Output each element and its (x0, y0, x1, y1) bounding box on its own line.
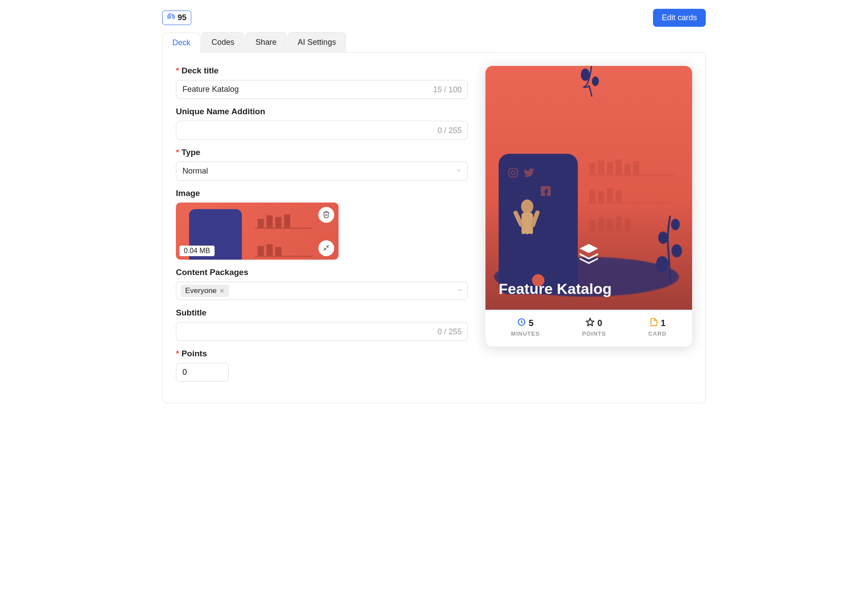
type-label: Type (176, 148, 468, 157)
star-icon (586, 318, 594, 329)
chevron-down-icon (457, 287, 463, 295)
svg-rect-4 (509, 168, 518, 177)
content-package-tag: Everyone ✕ (181, 285, 229, 297)
content-packages-label: Content Packages (176, 268, 468, 277)
svg-marker-18 (587, 319, 594, 326)
stack-icon (578, 242, 600, 266)
deck-title-input[interactable] (176, 80, 468, 99)
svg-point-3 (592, 76, 599, 86)
svg-point-2 (581, 69, 590, 81)
svg-line-0 (327, 245, 329, 247)
leaf-decoration (579, 66, 605, 98)
svg-point-5 (511, 171, 515, 175)
fingerprint-icon (167, 13, 175, 23)
subtitle-input[interactable] (176, 322, 468, 341)
fingerprint-count: 95 (178, 13, 186, 22)
svg-point-15 (658, 232, 668, 244)
delete-image-button[interactable] (318, 207, 334, 223)
unique-name-input[interactable] (176, 121, 468, 140)
svg-rect-10 (528, 234, 531, 260)
illustration-person (512, 198, 543, 268)
stat-minutes: 5 MINUTES (511, 318, 540, 337)
tag-remove-icon[interactable]: ✕ (219, 287, 225, 294)
stat-points-label: POINTS (582, 330, 606, 337)
preview-stats: 5 MINUTES 0 POINTS 1 (485, 310, 692, 347)
tab-share[interactable]: Share (245, 32, 287, 52)
svg-rect-9 (523, 234, 527, 260)
stat-card: 1 CARD (648, 318, 667, 337)
minimize-icon (323, 244, 330, 253)
image-thumbnail: 0.04 MB (176, 203, 339, 260)
deck-title-count: 15 / 100 (433, 85, 462, 94)
stat-points-value: 0 (597, 318, 602, 328)
fingerprint-badge[interactable]: 95 (162, 11, 191, 25)
edit-cards-button[interactable]: Edit cards (653, 9, 706, 27)
unique-name-count: 0 / 255 (438, 126, 462, 135)
tabs: Deck Codes Share AI Settings (162, 32, 706, 53)
points-label: Points (176, 349, 468, 359)
tab-codes[interactable]: Codes (201, 32, 244, 52)
tab-ai-settings[interactable]: AI Settings (288, 32, 346, 52)
tab-deck[interactable]: Deck (162, 33, 201, 53)
stat-card-label: CARD (648, 330, 667, 337)
svg-point-16 (671, 219, 680, 230)
stat-minutes-value: 5 (529, 318, 533, 328)
stat-card-value: 1 (661, 318, 666, 328)
deck-title-label: Deck title (176, 66, 468, 76)
preview-image: Feature Katalog (485, 66, 692, 310)
content-packages-select[interactable]: Everyone ✕ (176, 282, 468, 300)
svg-point-14 (671, 244, 682, 257)
leaf-decoration (653, 203, 688, 283)
preview-title: Feature Katalog (499, 280, 612, 297)
unique-name-label: Unique Name Addition (176, 107, 468, 116)
card-icon (649, 318, 658, 329)
svg-line-1 (324, 248, 326, 250)
svg-point-13 (656, 256, 668, 272)
subtitle-count: 0 / 255 (438, 327, 462, 336)
svg-point-7 (521, 199, 533, 214)
image-label: Image (176, 188, 468, 198)
trash-icon (322, 210, 330, 220)
subtitle-label: Subtitle (176, 308, 468, 318)
expand-image-button[interactable] (318, 240, 334, 256)
image-file-size: 0.04 MB (179, 246, 215, 256)
clock-icon (517, 318, 526, 329)
illustration-shelf (255, 211, 312, 251)
type-select[interactable]: Normal (176, 162, 468, 181)
stat-minutes-label: MINUTES (511, 330, 540, 337)
tag-label: Everyone (185, 286, 217, 295)
deck-preview-card: Feature Katalog 5 MINUTES 0 (485, 66, 692, 347)
stat-points: 0 POINTS (582, 318, 606, 337)
points-input[interactable] (176, 363, 229, 382)
